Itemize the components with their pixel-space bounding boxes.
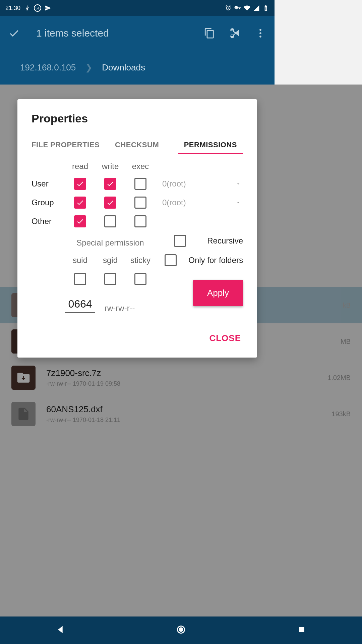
special-permission-label: Special permission (65, 238, 156, 248)
col-read: read (65, 162, 95, 171)
checkbox-other-read[interactable] (74, 215, 86, 227)
breadcrumb-root[interactable]: 192.168.0.105 (20, 62, 76, 73)
col-sticky: sticky (125, 256, 156, 265)
checkbox-group-read[interactable] (74, 197, 86, 209)
checkbox-only-folders[interactable] (165, 254, 177, 266)
checkbox-other-write[interactable] (104, 215, 116, 227)
checkbox-user-read[interactable] (74, 178, 86, 190)
done-icon[interactable] (7, 26, 21, 41)
tab-checksum[interactable]: CHECKSUM (115, 137, 159, 154)
col-sgid: sgid (95, 256, 125, 265)
send-icon (45, 5, 51, 11)
more-icon[interactable] (253, 26, 268, 41)
chevron-down-icon (236, 179, 241, 189)
row-group: Group (32, 198, 65, 207)
signal-icon (253, 5, 260, 11)
usb-icon (24, 5, 31, 11)
owner-group-select[interactable]: 0(root) (156, 198, 243, 207)
checkbox-other-exec[interactable] (134, 215, 146, 227)
checkbox-user-exec[interactable] (134, 178, 146, 190)
alarm-icon (225, 5, 232, 11)
properties-dialog: Properties FILE PROPERTIES CHECKSUM PERM… (17, 99, 257, 358)
app-bar: 1 items selected (0, 16, 275, 50)
checkbox-sgid[interactable] (104, 273, 116, 285)
only-folders-label: Only for folders (188, 256, 243, 265)
chevron-right-icon: ❯ (85, 62, 93, 73)
cut-icon[interactable] (228, 26, 242, 41)
battery-icon (262, 5, 269, 11)
checkbox-group-write[interactable] (104, 197, 116, 209)
svg-point-0 (259, 29, 261, 31)
symbolic-perm: rw-rw-r-- (105, 304, 135, 313)
chevron-down-icon (236, 198, 241, 207)
checkbox-user-write[interactable] (104, 178, 116, 190)
col-exec: exec (125, 162, 156, 171)
col-suid: suid (65, 256, 95, 265)
svg-point-2 (259, 36, 261, 38)
selection-title: 1 items selected (36, 28, 191, 39)
dialog-tabs: FILE PROPERTIES CHECKSUM PERMISSIONS (32, 137, 243, 154)
copy-icon[interactable] (202, 26, 217, 41)
owner-user-select[interactable]: 0(root) (156, 179, 243, 189)
dialog-title: Properties (32, 112, 243, 125)
badge-51-icon: 51 (34, 4, 41, 12)
breadcrumb[interactable]: 192.168.0.105 ❯ Downloads (0, 50, 275, 85)
checkbox-suid[interactable] (74, 273, 86, 285)
recursive-label: Recursive (207, 236, 243, 246)
octal-input[interactable]: 0664 (65, 298, 95, 313)
apply-button[interactable]: Apply (193, 280, 243, 306)
status-bar: 21:30 51 (0, 0, 275, 16)
row-user: User (32, 179, 65, 189)
vpn-key-icon (234, 5, 241, 11)
checkbox-sticky[interactable] (134, 273, 146, 285)
row-other: Other (32, 217, 65, 226)
checkbox-recursive[interactable] (174, 235, 186, 247)
wifi-icon (244, 5, 250, 11)
checkbox-group-exec[interactable] (134, 197, 146, 209)
breadcrumb-current[interactable]: Downloads (102, 62, 145, 73)
close-button[interactable]: CLOSE (207, 329, 243, 347)
col-write: write (95, 162, 125, 171)
status-time: 21:30 (5, 5, 20, 12)
tab-permissions[interactable]: PERMISSIONS (178, 137, 243, 154)
tab-file-properties[interactable]: FILE PROPERTIES (32, 137, 100, 154)
svg-point-1 (259, 32, 261, 34)
